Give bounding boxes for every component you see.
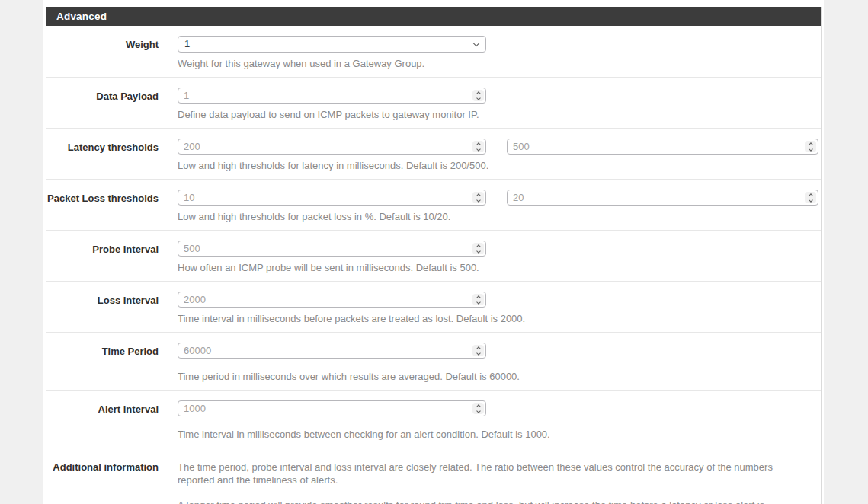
spinner-up-icon bbox=[476, 244, 481, 249]
time-period-input[interactable] bbox=[178, 343, 486, 359]
spinner-down-icon bbox=[476, 409, 481, 413]
weight-select[interactable]: 1 bbox=[178, 36, 486, 53]
spinner-up-icon bbox=[476, 346, 481, 351]
probe-interval-input[interactable] bbox=[178, 241, 486, 257]
number-spinner[interactable] bbox=[472, 403, 484, 414]
form-row-weight: Weight 1 Weight for this gateway when us… bbox=[46, 26, 821, 78]
field-label: Weight bbox=[46, 36, 178, 69]
help-text: Low and high thresholds for packet loss … bbox=[178, 211, 818, 222]
info-paragraph: The time period, probe interval and loss… bbox=[178, 461, 809, 486]
latency-high-input[interactable] bbox=[507, 139, 818, 155]
form-row-latency-thresholds: Latency thresholds bbox=[46, 129, 821, 180]
spinner-down-icon bbox=[476, 96, 481, 100]
spinner-up-icon bbox=[476, 295, 481, 300]
spinner-up-icon bbox=[476, 142, 481, 147]
spinner-down-icon bbox=[476, 198, 481, 203]
spinner-down-icon bbox=[476, 351, 481, 356]
packetloss-low-input[interactable] bbox=[178, 190, 486, 206]
form-row-loss-interval: Loss Interval Time interval in milliseco… bbox=[46, 282, 821, 333]
field-label: Loss Interval bbox=[46, 292, 178, 324]
data-payload-input[interactable] bbox=[178, 88, 486, 104]
number-spinner[interactable] bbox=[472, 141, 484, 152]
form-row-probe-interval: Probe Interval How often an ICMP probe w… bbox=[46, 231, 821, 282]
help-text: Time interval in milliseconds before pac… bbox=[178, 313, 809, 324]
content-column: Advanced Weight 1 Weight for this gatewa… bbox=[43, 0, 824, 504]
help-text: Time period in milliseconds over which r… bbox=[178, 371, 809, 382]
panel-title: Advanced bbox=[46, 7, 821, 26]
form-row-additional-information: Additional information The time period, … bbox=[46, 448, 821, 504]
number-spinner[interactable] bbox=[472, 294, 484, 305]
spinner-down-icon bbox=[476, 147, 481, 152]
field-label: Packet Loss thresholds bbox=[46, 190, 178, 222]
packetloss-high-input[interactable] bbox=[507, 190, 818, 206]
spinner-down-icon bbox=[809, 198, 813, 203]
spinner-up-icon bbox=[476, 193, 481, 198]
form-row-alert-interval: Alert interval Time interval in millisec… bbox=[46, 391, 821, 448]
spinner-down-icon bbox=[476, 300, 481, 305]
alert-interval-input[interactable] bbox=[178, 400, 486, 416]
form-row-packet-loss-thresholds: Packet Loss thresholds bbox=[46, 180, 821, 231]
help-text: Time interval in milliseconds between ch… bbox=[178, 429, 809, 440]
spinner-up-icon bbox=[809, 193, 813, 198]
form-row-data-payload: Data Payload Define data payload to send… bbox=[46, 78, 821, 129]
number-spinner[interactable] bbox=[472, 192, 484, 203]
number-spinner[interactable] bbox=[805, 192, 816, 203]
number-spinner[interactable] bbox=[472, 345, 484, 356]
field-label: Time Period bbox=[46, 343, 178, 382]
weight-select-value: 1 bbox=[184, 38, 190, 49]
number-spinner[interactable] bbox=[472, 243, 484, 254]
field-label: Latency thresholds bbox=[46, 139, 178, 171]
field-label: Probe Interval bbox=[46, 241, 178, 273]
chevron-down-icon bbox=[473, 40, 479, 46]
help-text: Define data payload to send on ICMP pack… bbox=[178, 109, 809, 120]
spinner-up-icon bbox=[809, 142, 813, 147]
field-label: Data Payload bbox=[46, 88, 178, 120]
number-spinner[interactable] bbox=[805, 141, 816, 152]
advanced-panel: Advanced Weight 1 Weight for this gatewa… bbox=[46, 7, 822, 504]
info-paragraph: A longer time period will provide smooth… bbox=[178, 499, 809, 504]
field-label: Alert interval bbox=[46, 400, 178, 440]
spinner-up-icon bbox=[476, 404, 481, 409]
help-text: Low and high thresholds for latency in m… bbox=[178, 160, 818, 171]
latency-low-input[interactable] bbox=[178, 139, 486, 155]
loss-interval-input[interactable] bbox=[178, 292, 486, 308]
spinner-down-icon bbox=[809, 147, 813, 152]
help-text: Weight for this gateway when used in a G… bbox=[178, 58, 809, 69]
number-spinner[interactable] bbox=[472, 90, 484, 101]
spinner-up-icon bbox=[476, 91, 481, 96]
form-row-time-period: Time Period Time period in milliseconds … bbox=[46, 333, 821, 391]
spinner-down-icon bbox=[476, 249, 481, 254]
field-label: Additional information bbox=[46, 458, 178, 504]
help-text: How often an ICMP probe will be sent in … bbox=[178, 262, 809, 273]
